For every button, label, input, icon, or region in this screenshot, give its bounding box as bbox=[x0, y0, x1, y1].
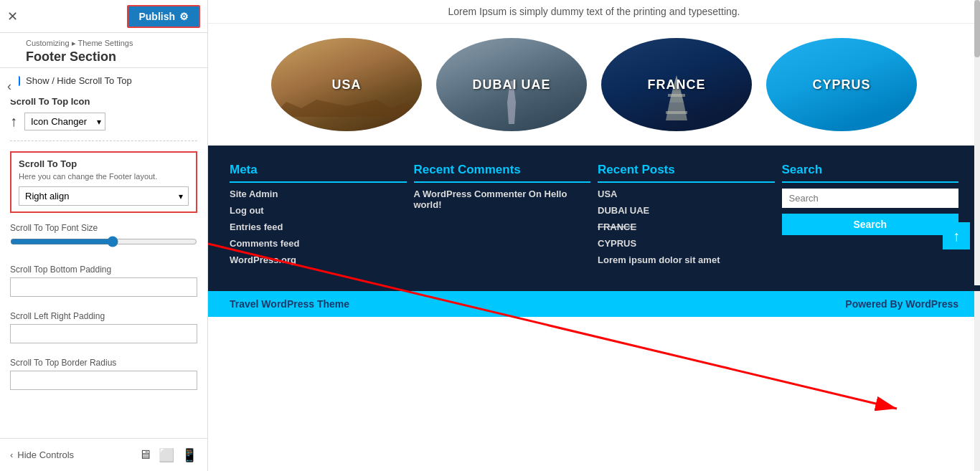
list-item: Log out bbox=[230, 205, 407, 216]
list-item: Lorem ipsum dolor sit amet bbox=[598, 254, 775, 265]
icon-changer-wrapper: Icon Changer bbox=[24, 113, 105, 130]
list-item: Comments feed bbox=[230, 238, 407, 249]
mobile-icon[interactable]: 📱 bbox=[182, 447, 197, 463]
bottom-padding-input[interactable] bbox=[10, 277, 197, 297]
list-item: DUBAI UAE bbox=[598, 205, 775, 216]
footer-cols: Meta Site Admin Log out Entries feed Com… bbox=[230, 163, 958, 271]
breadcrumb: Customizing ▸ Theme Settings bbox=[26, 39, 197, 48]
footer-search-title: Search bbox=[782, 163, 959, 183]
list-item: FRANCE bbox=[598, 222, 775, 232]
footer-dark: Meta Site Admin Log out Entries feed Com… bbox=[208, 146, 980, 285]
right-panel: Lorem Ipsum is simply dummy text of the … bbox=[208, 0, 980, 471]
footer-col-posts: Recent Posts USA DUBAI UAE FRANCE CYPRUS… bbox=[598, 163, 775, 271]
footer-comments-list: A WordPress Commenter On Hello world! bbox=[414, 189, 591, 210]
panel-content: Show / Hide Scroll To Top Scroll To Top … bbox=[0, 68, 207, 438]
footer-col-meta: Meta Site Admin Log out Entries feed Com… bbox=[230, 163, 407, 271]
footer-search-input[interactable] bbox=[782, 189, 959, 208]
scrollbar-track[interactable] bbox=[974, 0, 980, 471]
device-icons: 🖥 ⬜ 📱 bbox=[138, 447, 197, 463]
bottom-bar: ‹ Hide Controls 🖥 ⬜ 📱 bbox=[0, 438, 207, 471]
dest-dubai: DUBAI UAE bbox=[436, 38, 587, 131]
close-button[interactable]: ✕ bbox=[7, 9, 18, 24]
align-select-wrapper: Right align Left align Center align bbox=[19, 186, 189, 206]
dest-usa-label: USA bbox=[331, 77, 361, 92]
scroll-to-top-icon-label: Scroll To Top Icon bbox=[10, 96, 197, 107]
border-radius-label: Scroll To Top Border Radius bbox=[10, 358, 197, 368]
show-scroll-top-row: Show / Hide Scroll To Top bbox=[10, 75, 197, 86]
border-radius-input[interactable] bbox=[10, 371, 197, 390]
bottom-padding-label: Scroll Top Bottom Padding bbox=[10, 265, 197, 275]
left-right-padding-input[interactable] bbox=[10, 324, 197, 343]
scroll-to-top-button[interactable]: ↑ bbox=[943, 222, 970, 249]
svg-rect-4 bbox=[666, 111, 687, 114]
dest-cyprus-label: CYPRUS bbox=[812, 77, 870, 92]
arrow-up-icon: ↑ bbox=[10, 113, 17, 130]
list-item: Site Admin bbox=[230, 189, 407, 199]
font-size-label: Scroll To Top Font Size bbox=[10, 223, 197, 233]
section-title: Footer Section bbox=[26, 49, 197, 65]
publish-button[interactable]: Publish ⚙ bbox=[127, 5, 200, 28]
footer-theme-name: Travel WordPress Theme bbox=[230, 298, 349, 310]
dest-dubai-label: DUBAI UAE bbox=[472, 77, 550, 92]
align-select[interactable]: Right align Left align Center align bbox=[19, 186, 189, 206]
scroll-top-box-title: Scroll To Top bbox=[19, 158, 189, 169]
list-item: WordPress.org bbox=[230, 254, 407, 265]
footer-comments-title: Recent Comments bbox=[414, 163, 591, 183]
footer-bottom-bar: Travel WordPress Theme Powered By WordPr… bbox=[208, 291, 980, 317]
left-panel: ✕ Publish ⚙ ‹ Customizing ▸ Theme Settin… bbox=[0, 0, 208, 471]
footer-powered-by: Powered By WordPress bbox=[845, 298, 958, 310]
tablet-icon[interactable]: ⬜ bbox=[159, 447, 174, 463]
svg-rect-3 bbox=[668, 94, 685, 97]
footer-meta-list: Site Admin Log out Entries feed Comments… bbox=[230, 189, 407, 265]
scrollbar-thumb[interactable] bbox=[974, 0, 980, 57]
preview-top-text: Lorem Ipsum is simply dummy text of the … bbox=[208, 0, 980, 24]
scroll-top-box-desc: Here you can change the Footer layout. bbox=[19, 172, 189, 181]
footer-col-comments: Recent Comments A WordPress Commenter On… bbox=[414, 163, 591, 271]
list-item: CYPRUS bbox=[598, 238, 775, 249]
left-right-padding-label: Scroll Left Right Padding bbox=[10, 311, 197, 321]
chevron-left-icon: ‹ bbox=[10, 449, 13, 460]
publish-label: Publish bbox=[138, 11, 175, 22]
font-size-slider[interactable] bbox=[10, 236, 197, 247]
hide-controls-label: Hide Controls bbox=[17, 449, 74, 460]
icon-row: ↑ Icon Changer bbox=[10, 113, 197, 141]
destinations-row: USA DUBAI UAE FRANCE CYPRUS bbox=[208, 24, 980, 146]
footer-search-button[interactable]: Search bbox=[782, 214, 959, 235]
dest-france: FRANCE bbox=[601, 38, 752, 131]
dest-usa: USA bbox=[271, 38, 422, 131]
list-item: USA bbox=[598, 189, 775, 199]
icon-changer-select[interactable]: Icon Changer bbox=[24, 113, 105, 130]
show-scroll-top-label: Show / Hide Scroll To Top bbox=[26, 75, 132, 86]
footer-meta-title: Meta bbox=[230, 163, 407, 183]
footer-posts-title: Recent Posts bbox=[598, 163, 775, 183]
back-button[interactable]: ‹ bbox=[0, 73, 19, 100]
footer-posts-list: USA DUBAI UAE FRANCE CYPRUS Lorem ipsum … bbox=[598, 189, 775, 265]
dest-france-label: FRANCE bbox=[648, 77, 706, 92]
hide-controls-button[interactable]: ‹ Hide Controls bbox=[10, 449, 74, 460]
list-item: A WordPress Commenter On Hello world! bbox=[414, 189, 591, 210]
top-bar: ✕ Publish ⚙ bbox=[0, 0, 207, 33]
dest-cyprus: CYPRUS bbox=[766, 38, 917, 131]
scroll-top-box: Scroll To Top Here you can change the Fo… bbox=[10, 151, 197, 213]
list-item: Entries feed bbox=[230, 222, 407, 232]
footer-col-search: Search Search bbox=[782, 163, 959, 271]
gear-icon: ⚙ bbox=[179, 11, 189, 22]
desktop-icon[interactable]: 🖥 bbox=[138, 447, 151, 463]
